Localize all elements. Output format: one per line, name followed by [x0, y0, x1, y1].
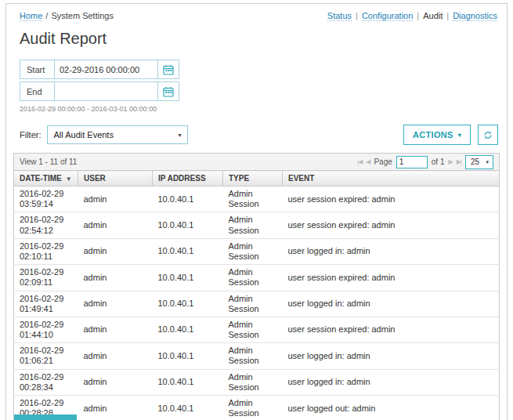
next-page-icon[interactable]: ▶: [448, 158, 452, 165]
cell-type: Admin Session: [223, 343, 283, 369]
start-date-label: Start: [20, 60, 55, 78]
nav-item-audit[interactable]: Audit: [423, 11, 443, 20]
breadcrumb-home-link[interactable]: Home: [20, 11, 42, 21]
cell-user: admin: [78, 369, 153, 395]
cell-type: Admin Session: [223, 369, 283, 395]
date-range-text: 2016-02-29 00:00:00 - 2016-03-01 00:00:0…: [20, 105, 500, 113]
table-row[interactable]: 2016-02-2902:09:11admin10.0.40.1Admin Se…: [14, 265, 500, 291]
nav-item-status[interactable]: Status: [327, 11, 352, 21]
table-row[interactable]: 2016-02-2901:49:41admin10.0.40.1Admin Se…: [14, 291, 500, 317]
cell-event: user session expired: admin: [283, 212, 500, 238]
end-date-label: End: [20, 82, 55, 100]
cell-date-time: 2016-02-2901:06:21: [14, 343, 78, 369]
start-date-group: Start: [20, 60, 179, 79]
breadcrumb: Home/System Settings: [20, 11, 114, 20]
calendar-icon: [163, 86, 174, 97]
filter-row: Filter: All Audit Events ▾ ACTIONS ▾: [20, 125, 498, 145]
cell-date-time: 2016-02-2900:28:34: [14, 369, 78, 395]
nav-separator: |: [356, 11, 358, 20]
cell-ip-address: 10.0.40.1: [153, 212, 223, 238]
page-size-value: 25: [471, 158, 479, 166]
cell-user: admin: [78, 238, 153, 264]
refresh-button[interactable]: [478, 125, 498, 145]
partial-table-row[interactable]: [14, 415, 77, 420]
table-row[interactable]: 2016-02-2902:54:12admin10.0.40.1Admin Se…: [14, 212, 500, 238]
filter-label: Filter:: [20, 130, 42, 139]
chevron-down-icon: ▾: [178, 132, 181, 139]
cell-date-time: 2016-02-2903:59:14: [14, 186, 78, 212]
cell-event: user session expired: admin: [283, 186, 500, 212]
cell-type: Admin Session: [223, 396, 283, 420]
nav-separator: |: [417, 11, 419, 20]
cell-event: user logged in: admin: [283, 291, 500, 317]
cell-event: user logged in: admin: [283, 343, 500, 369]
cell-type: Admin Session: [223, 186, 283, 212]
top-bar: Home/System Settings Status|Configuratio…: [13, 4, 500, 20]
table-row[interactable]: 2016-02-2900:28:28admin10.0.40.1Admin Se…: [14, 396, 500, 420]
top-nav: Status|Configuration|Audit|Diagnostics: [327, 11, 497, 20]
start-date-calendar-button[interactable]: [157, 60, 179, 78]
cell-type: Admin Session: [223, 317, 283, 342]
cell-user: admin: [78, 265, 153, 291]
first-page-icon[interactable]: |◀: [357, 158, 362, 165]
cell-ip-address: 10.0.40.1: [153, 238, 223, 264]
cell-date-time: 2016-02-2902:54:12: [14, 212, 78, 238]
chevron-down-icon: ▾: [486, 159, 489, 165]
cell-event: user logged in: admin: [283, 238, 500, 264]
previous-page-icon[interactable]: ◀: [366, 158, 370, 165]
calendar-icon: [163, 64, 174, 75]
column-header-event[interactable]: EVENT: [283, 171, 500, 186]
page-number-input[interactable]: [396, 156, 428, 168]
table-row[interactable]: 2016-02-2901:06:21admin10.0.40.1Admin Se…: [14, 343, 500, 369]
cell-ip-address: 10.0.40.1: [153, 343, 223, 369]
cell-ip-address: 10.0.40.1: [153, 291, 223, 317]
page-title: Audit Report: [20, 30, 500, 48]
view-count-text: View 1 - 11 of 11: [20, 158, 77, 166]
refresh-icon: [483, 129, 493, 141]
cell-type: Admin Session: [223, 212, 283, 238]
cell-ip-address: 10.0.40.1: [153, 186, 223, 212]
page-size-select[interactable]: 25 ▾: [465, 155, 493, 169]
cell-user: admin: [78, 343, 153, 369]
start-date-input[interactable]: [55, 60, 157, 78]
cell-event: user session expired: admin: [283, 265, 500, 291]
last-page-icon[interactable]: ▶|: [457, 158, 461, 165]
cell-date-time: 2016-02-2902:09:11: [14, 265, 78, 291]
filter-select[interactable]: All Audit Events ▾: [47, 125, 188, 144]
column-header-type[interactable]: TYPE: [223, 171, 283, 186]
cell-user: admin: [78, 291, 153, 317]
end-date-input[interactable]: [55, 82, 157, 100]
end-date-group: End: [20, 81, 179, 101]
table-row[interactable]: 2016-02-2902:10:11admin10.0.40.1Admin Se…: [14, 238, 500, 264]
cell-event: user session expired: admin: [283, 317, 500, 342]
end-date-calendar-button[interactable]: [157, 82, 179, 100]
cell-type: Admin Session: [223, 238, 283, 264]
cell-ip-address: 10.0.40.1: [153, 396, 223, 420]
nav-item-configuration[interactable]: Configuration: [362, 11, 413, 21]
audit-report-page: Home/System Settings Status|Configuratio…: [5, 3, 508, 420]
chevron-down-icon: ▾: [458, 132, 461, 139]
table-body: 2016-02-2903:59:14admin10.0.40.1Admin Se…: [14, 186, 500, 420]
pagination: |◀ ◀ Page of 1 ▶ ▶| 25 ▾: [357, 155, 493, 169]
breadcrumb-separator: /: [45, 11, 48, 20]
table-row[interactable]: 2016-02-2903:59:14admin10.0.40.1Admin Se…: [14, 186, 500, 212]
cell-type: Admin Session: [223, 265, 283, 291]
cell-event: user logged out: admin: [283, 396, 500, 420]
page-label: Page: [374, 158, 392, 166]
column-header-ip-address[interactable]: IP ADDRESS: [153, 171, 223, 186]
column-header-user[interactable]: USER: [78, 171, 153, 186]
cell-date-time: 2016-02-2901:44:10: [14, 317, 78, 342]
cell-user: admin: [78, 212, 153, 238]
table-row[interactable]: 2016-02-2901:44:10admin10.0.40.1Admin Se…: [14, 317, 500, 342]
column-header-date-time[interactable]: DATE-TIME▼: [14, 171, 78, 186]
cell-user: admin: [78, 396, 153, 420]
breadcrumb-current: System Settings: [51, 11, 113, 20]
actions-button-label: ACTIONS: [413, 130, 453, 139]
table-header-row: DATE-TIME▼ USER IP ADDRESS TYPE EVENT: [14, 171, 500, 186]
page-of-text: of 1: [432, 158, 445, 166]
audit-table: DATE-TIME▼ USER IP ADDRESS TYPE EVENT 20…: [13, 170, 500, 420]
table-row[interactable]: 2016-02-2900:28:34admin10.0.40.1Admin Se…: [14, 369, 500, 395]
filter-select-value: All Audit Events: [54, 130, 114, 139]
actions-button[interactable]: ACTIONS ▾: [403, 125, 471, 145]
nav-item-diagnostics[interactable]: Diagnostics: [453, 11, 497, 21]
